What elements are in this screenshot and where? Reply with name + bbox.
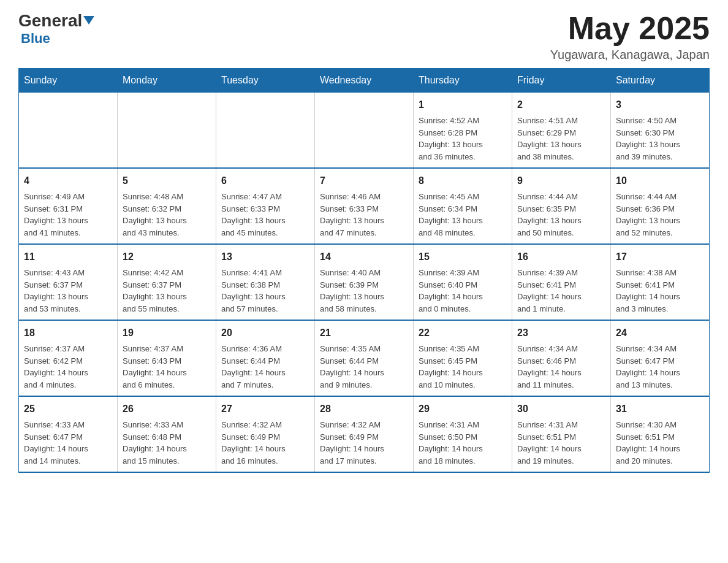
day-info: Sunrise: 4:31 AMSunset: 6:51 PMDaylight:… (517, 419, 605, 467)
calendar-cell: 8Sunrise: 4:45 AMSunset: 6:34 PMDaylight… (414, 168, 512, 244)
calendar-cell: 2Sunrise: 4:51 AMSunset: 6:29 PMDaylight… (512, 93, 611, 169)
day-info: Sunrise: 4:34 AMSunset: 6:46 PMDaylight:… (517, 343, 605, 391)
day-info: Sunrise: 4:40 AMSunset: 6:39 PMDaylight:… (320, 267, 408, 315)
day-info: Sunrise: 4:47 AMSunset: 6:33 PMDaylight:… (221, 191, 309, 239)
day-number: 29 (419, 402, 507, 416)
day-number: 5 (123, 174, 211, 188)
calendar-week-1: 1Sunrise: 4:52 AMSunset: 6:28 PMDaylight… (19, 93, 710, 169)
day-number: 14 (320, 250, 408, 264)
day-info: Sunrise: 4:35 AMSunset: 6:45 PMDaylight:… (419, 343, 507, 391)
day-number: 13 (221, 250, 309, 264)
weekday-header-tuesday: Tuesday (216, 69, 315, 93)
day-number: 8 (419, 174, 507, 188)
calendar-cell: 10Sunrise: 4:44 AMSunset: 6:36 PMDayligh… (611, 168, 710, 244)
calendar-cell: 20Sunrise: 4:36 AMSunset: 6:44 PMDayligh… (216, 320, 315, 396)
day-number: 22 (419, 326, 507, 340)
day-info: Sunrise: 4:33 AMSunset: 6:48 PMDaylight:… (123, 419, 211, 467)
calendar-cell: 5Sunrise: 4:48 AMSunset: 6:32 PMDaylight… (118, 168, 216, 244)
day-number: 7 (320, 174, 408, 188)
day-info: Sunrise: 4:38 AMSunset: 6:41 PMDaylight:… (616, 267, 704, 315)
day-info: Sunrise: 4:43 AMSunset: 6:37 PMDaylight:… (24, 267, 112, 315)
calendar-cell: 15Sunrise: 4:39 AMSunset: 6:40 PMDayligh… (414, 244, 512, 320)
day-number: 9 (517, 174, 605, 188)
day-info: Sunrise: 4:37 AMSunset: 6:42 PMDaylight:… (24, 343, 112, 391)
calendar-cell: 9Sunrise: 4:44 AMSunset: 6:35 PMDaylight… (512, 168, 611, 244)
logo: General Blue (18, 12, 94, 47)
day-number: 25 (24, 402, 112, 416)
calendar-cell: 23Sunrise: 4:34 AMSunset: 6:46 PMDayligh… (512, 320, 611, 396)
day-info: Sunrise: 4:51 AMSunset: 6:29 PMDaylight:… (517, 115, 605, 163)
day-number: 17 (616, 250, 704, 264)
day-number: 1 (419, 98, 507, 112)
weekday-header-monday: Monday (118, 69, 216, 93)
calendar-cell: 16Sunrise: 4:39 AMSunset: 6:41 PMDayligh… (512, 244, 611, 320)
calendar-cell: 26Sunrise: 4:33 AMSunset: 6:48 PMDayligh… (118, 396, 216, 472)
calendar-cell: 18Sunrise: 4:37 AMSunset: 6:42 PMDayligh… (19, 320, 118, 396)
day-info: Sunrise: 4:39 AMSunset: 6:41 PMDaylight:… (517, 267, 605, 315)
day-number: 21 (320, 326, 408, 340)
calendar-cell: 30Sunrise: 4:31 AMSunset: 6:51 PMDayligh… (512, 396, 611, 472)
calendar-cell: 22Sunrise: 4:35 AMSunset: 6:45 PMDayligh… (414, 320, 512, 396)
calendar-cell: 7Sunrise: 4:46 AMSunset: 6:33 PMDaylight… (315, 168, 414, 244)
calendar-cell (19, 93, 118, 169)
calendar-cell: 24Sunrise: 4:34 AMSunset: 6:47 PMDayligh… (611, 320, 710, 396)
calendar-header: SundayMondayTuesdayWednesdayThursdayFrid… (19, 69, 710, 93)
day-info: Sunrise: 4:52 AMSunset: 6:28 PMDaylight:… (419, 115, 507, 163)
day-info: Sunrise: 4:39 AMSunset: 6:40 PMDaylight:… (419, 267, 507, 315)
day-number: 10 (616, 174, 704, 188)
day-info: Sunrise: 4:45 AMSunset: 6:34 PMDaylight:… (419, 191, 507, 239)
logo-triangle-icon (83, 16, 94, 25)
weekday-header-row: SundayMondayTuesdayWednesdayThursdayFrid… (19, 69, 710, 93)
day-info: Sunrise: 4:49 AMSunset: 6:31 PMDaylight:… (24, 191, 112, 239)
day-info: Sunrise: 4:48 AMSunset: 6:32 PMDaylight:… (123, 191, 211, 239)
day-number: 11 (24, 250, 112, 264)
weekday-header-wednesday: Wednesday (315, 69, 414, 93)
day-number: 27 (221, 402, 309, 416)
day-info: Sunrise: 4:33 AMSunset: 6:47 PMDaylight:… (24, 419, 112, 467)
day-number: 3 (616, 98, 704, 112)
day-info: Sunrise: 4:41 AMSunset: 6:38 PMDaylight:… (221, 267, 309, 315)
weekday-header-sunday: Sunday (19, 69, 118, 93)
day-info: Sunrise: 4:44 AMSunset: 6:35 PMDaylight:… (517, 191, 605, 239)
day-info: Sunrise: 4:35 AMSunset: 6:44 PMDaylight:… (320, 343, 408, 391)
day-info: Sunrise: 4:36 AMSunset: 6:44 PMDaylight:… (221, 343, 309, 391)
calendar-cell: 25Sunrise: 4:33 AMSunset: 6:47 PMDayligh… (19, 396, 118, 472)
day-info: Sunrise: 4:37 AMSunset: 6:43 PMDaylight:… (123, 343, 211, 391)
day-number: 18 (24, 326, 112, 340)
day-number: 4 (24, 174, 112, 188)
day-number: 23 (517, 326, 605, 340)
day-number: 31 (616, 402, 704, 416)
day-number: 16 (517, 250, 605, 264)
day-info: Sunrise: 4:42 AMSunset: 6:37 PMDaylight:… (123, 267, 211, 315)
calendar-cell (118, 93, 216, 169)
month-title: May 2025 (550, 12, 710, 44)
calendar-week-5: 25Sunrise: 4:33 AMSunset: 6:47 PMDayligh… (19, 396, 710, 472)
day-number: 6 (221, 174, 309, 188)
day-info: Sunrise: 4:34 AMSunset: 6:47 PMDaylight:… (616, 343, 704, 391)
calendar-week-2: 4Sunrise: 4:49 AMSunset: 6:31 PMDaylight… (19, 168, 710, 244)
calendar-cell: 14Sunrise: 4:40 AMSunset: 6:39 PMDayligh… (315, 244, 414, 320)
calendar-cell: 4Sunrise: 4:49 AMSunset: 6:31 PMDaylight… (19, 168, 118, 244)
title-block: May 2025 Yugawara, Kanagawa, Japan (550, 12, 710, 62)
weekday-header-thursday: Thursday (414, 69, 512, 93)
day-number: 30 (517, 402, 605, 416)
logo-blue: Blue (21, 31, 50, 47)
day-info: Sunrise: 4:50 AMSunset: 6:30 PMDaylight:… (616, 115, 704, 163)
calendar-cell: 13Sunrise: 4:41 AMSunset: 6:38 PMDayligh… (216, 244, 315, 320)
day-info: Sunrise: 4:46 AMSunset: 6:33 PMDaylight:… (320, 191, 408, 239)
day-number: 19 (123, 326, 211, 340)
calendar-cell: 27Sunrise: 4:32 AMSunset: 6:49 PMDayligh… (216, 396, 315, 472)
day-info: Sunrise: 4:32 AMSunset: 6:49 PMDaylight:… (221, 419, 309, 467)
day-number: 12 (123, 250, 211, 264)
day-info: Sunrise: 4:44 AMSunset: 6:36 PMDaylight:… (616, 191, 704, 239)
day-info: Sunrise: 4:32 AMSunset: 6:49 PMDaylight:… (320, 419, 408, 467)
location: Yugawara, Kanagawa, Japan (550, 48, 710, 62)
calendar-cell: 31Sunrise: 4:30 AMSunset: 6:51 PMDayligh… (611, 396, 710, 472)
logo-general: General (18, 12, 94, 29)
weekday-header-friday: Friday (512, 69, 611, 93)
day-info: Sunrise: 4:31 AMSunset: 6:50 PMDaylight:… (419, 419, 507, 467)
calendar-cell: 17Sunrise: 4:38 AMSunset: 6:41 PMDayligh… (611, 244, 710, 320)
day-number: 28 (320, 402, 408, 416)
page-header: General Blue May 2025 Yugawara, Kanagawa… (18, 12, 710, 62)
calendar-week-4: 18Sunrise: 4:37 AMSunset: 6:42 PMDayligh… (19, 320, 710, 396)
